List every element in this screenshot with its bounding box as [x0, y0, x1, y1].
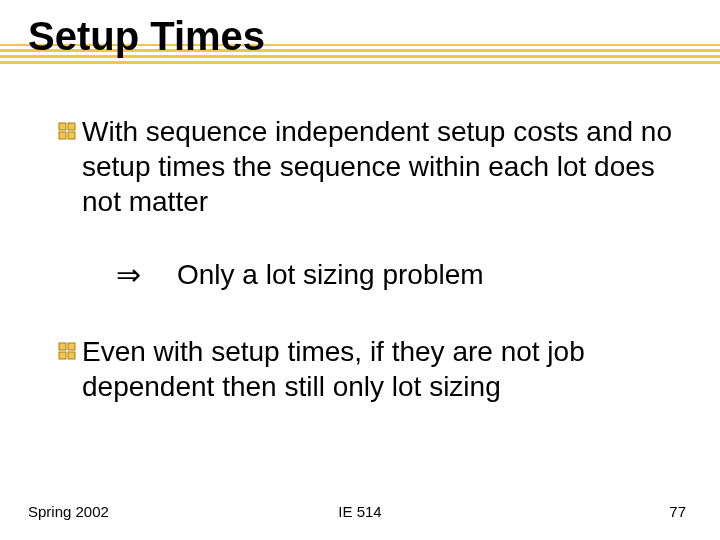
implies-icon: ⇒	[116, 257, 141, 292]
implication-text: Only a lot sizing problem	[177, 259, 484, 291]
window-icon	[56, 117, 78, 145]
svg-rect-4	[59, 343, 66, 350]
content-area: With sequence independent setup costs an…	[0, 59, 720, 404]
svg-rect-6	[59, 352, 66, 359]
implication-row: ⇒ Only a lot sizing problem	[116, 257, 672, 292]
slide-title: Setup Times	[28, 14, 265, 58]
bullet-item: With sequence independent setup costs an…	[56, 114, 672, 219]
window-icon	[56, 337, 78, 365]
svg-rect-5	[68, 343, 75, 350]
footer-center: IE 514	[338, 503, 381, 520]
svg-rect-0	[59, 123, 66, 130]
footer-left: Spring 2002	[28, 503, 109, 520]
footer: Spring 2002 IE 514 77	[0, 503, 720, 520]
svg-rect-2	[59, 132, 66, 139]
title-area: Setup Times	[0, 0, 720, 59]
bullet-item: Even with setup times, if they are not j…	[56, 334, 672, 404]
bullet-text: With sequence independent setup costs an…	[82, 114, 672, 219]
svg-rect-7	[68, 352, 75, 359]
slide: Setup Times With sequence independent se…	[0, 0, 720, 540]
svg-rect-3	[68, 132, 75, 139]
svg-rect-1	[68, 123, 75, 130]
footer-page-number: 77	[669, 503, 686, 520]
bullet-text: Even with setup times, if they are not j…	[82, 334, 672, 404]
